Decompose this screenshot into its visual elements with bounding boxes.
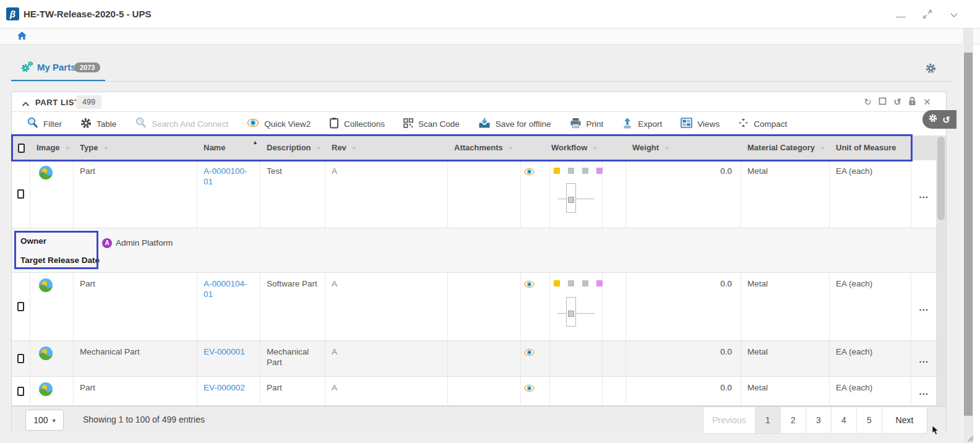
column-header-weight[interactable]: Weight◆ [626,135,741,160]
flyout-undo-icon[interactable]: ↺ [942,115,950,124]
table-toolbar: Filter Table Search And Connect Quick Vi… [12,112,946,135]
page-size-select[interactable]: 100 ▾ [25,410,64,431]
table-row: Part A-0000104-01 Software Part A 0.0 Me… [12,273,936,341]
column-header-material-category[interactable]: Material Category◆ [741,135,830,160]
home-icon[interactable] [17,32,27,43]
close-icon[interactable]: ✕ [922,97,932,107]
status-square-gray [582,168,588,174]
page-button-5[interactable]: 5 [857,407,882,433]
row-actions-button[interactable]: ... [919,301,929,312]
quick-view-eye-icon[interactable] [524,384,535,395]
resize-corner-icon[interactable] [966,433,974,443]
collections-button[interactable]: Collections [329,117,385,131]
download-tray-icon [478,118,491,131]
row-checkbox[interactable] [17,189,24,199]
views-button[interactable]: Views [681,118,720,130]
row-checkbox[interactable] [17,302,24,311]
refresh-icon[interactable]: ↻ [862,97,873,107]
cell-workflow [550,377,603,405]
flyout-gear-icon[interactable] [929,114,937,125]
cell-description: Part [260,377,325,405]
search-and-connect-button[interactable]: Search And Connect [135,117,228,131]
search-connect-icon [135,117,147,131]
chevron-down-icon[interactable] [949,11,960,22]
column-header-attachments[interactable]: Attachments◆ [448,135,521,160]
collapse-chevron-icon[interactable] [22,98,30,110]
sort-ascending-icon: ▲ [252,139,258,145]
restore-window-icon[interactable] [877,97,888,107]
row-actions-button[interactable]: ... [919,353,929,364]
print-button[interactable]: Print [570,118,604,131]
main-content: My Parts 2073 PART LIST 499 ↻ ↺ ✕ [0,45,963,443]
cell-rev: A [325,160,448,228]
page-button-3[interactable]: 3 [806,407,832,433]
column-header-unit-of-measure[interactable]: Unit of Measure [830,135,911,160]
cell-workflow [550,341,603,376]
row-checkbox[interactable] [17,354,24,363]
table-scrollbar[interactable] [936,135,946,406]
breadcrumb-bar [0,28,980,45]
part-thumbnail [39,166,53,179]
row-checkbox[interactable] [17,387,24,396]
status-square-gray [568,168,574,174]
part-list-header: PART LIST 499 ↻ ↺ ✕ [12,92,946,112]
row-actions-button[interactable]: ... [919,386,929,397]
pagination: Previous 1 2 3 4 5 Next [703,406,927,434]
scan-code-button[interactable]: Scan Code [403,118,460,130]
tab-my-parts[interactable]: My Parts [37,62,76,72]
window-scrollbar[interactable] [963,28,973,443]
filter-button[interactable]: Filter [27,117,62,131]
page-button-1[interactable]: 1 [755,407,781,433]
cell-description: Software Part [260,273,325,340]
row-actions-button[interactable]: ... [919,189,929,199]
tab-my-parts-count-badge: 2073 [74,62,100,72]
part-name-link[interactable]: EV-000001 [204,347,245,356]
part-thumbnail [39,278,53,292]
cell-type: Mechanical Part [74,341,197,376]
page-button-2[interactable]: 2 [781,407,806,433]
undo-icon[interactable]: ↺ [892,97,903,107]
table-scrollbar-thumb[interactable] [937,137,945,220]
expand-icon[interactable] [922,9,933,20]
workflow-diagram-node [568,197,574,203]
cell-rev: A [325,377,448,405]
select-all-checkbox[interactable] [18,144,25,153]
quick-view2-button[interactable]: Quick View2 [247,118,311,129]
cell-type: Part [74,377,197,405]
page-button-4[interactable]: 4 [832,407,857,433]
window-scrollbar-thumb[interactable] [964,53,973,416]
minimize-icon[interactable]: — [896,11,907,22]
part-name-link[interactable]: A-0000100-01 [204,166,247,186]
compact-button[interactable]: Compact [738,118,787,130]
table-button[interactable]: Table [80,118,116,131]
printer-icon [570,118,582,131]
previous-page-button[interactable]: Previous [703,407,755,433]
sort-hint-icon: ◆ [353,145,356,150]
cell-attachments [448,273,521,340]
column-header-type[interactable]: Type◆ [74,135,197,160]
expanded-detail-section: Owner Target Release Date A Admin Platfo… [12,228,946,273]
column-header-rev[interactable]: Rev◆ [325,135,448,160]
next-page-button[interactable]: Next [882,407,927,433]
tab-settings-gear-icon[interactable] [926,63,936,76]
part-list-title: PART LIST [35,98,80,107]
lock-icon[interactable] [907,97,918,107]
sort-hint-icon: ◆ [317,145,320,150]
column-header-image[interactable]: Image◆ [30,135,74,160]
part-name-link[interactable]: EV-000002 [204,383,245,392]
column-header-name[interactable]: Name▲ [197,135,260,160]
cell-attachments [448,377,521,405]
quick-view-eye-icon[interactable] [524,280,535,291]
table-gear-icon [80,118,92,131]
status-square-yellow [554,280,560,286]
column-header-workflow[interactable]: Workflow◆ [550,135,603,160]
owner-avatar: A [102,238,112,248]
quick-view-eye-icon[interactable] [524,168,535,178]
quick-view-eye-icon[interactable] [524,348,535,359]
save-for-offline-button[interactable]: Save for offline [478,118,551,131]
column-header-description[interactable]: Description◆ [260,135,325,160]
export-button[interactable]: Export [622,118,662,131]
part-name-link[interactable]: A-0000104-01 [204,279,247,299]
table-footer: 100 ▾ Showing 1 to 100 of 499 entries Pr… [12,406,946,434]
status-square-yellow [554,168,560,174]
